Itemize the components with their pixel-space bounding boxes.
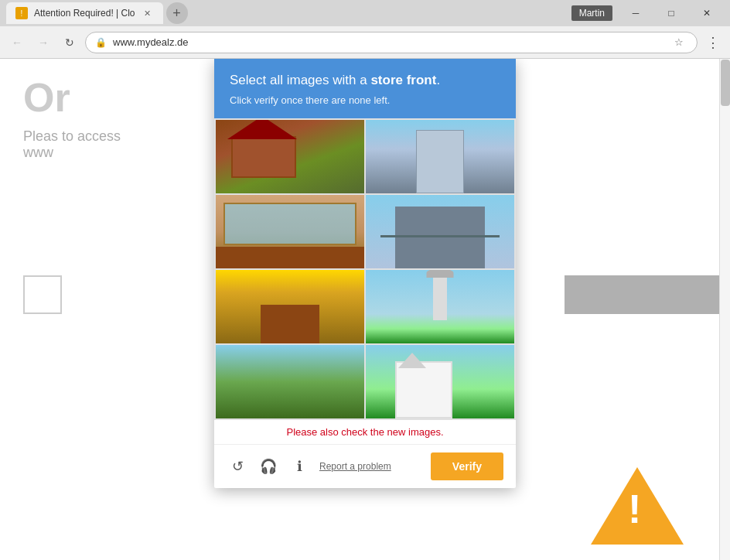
captcha-warning-text: Please also check the new images.	[214, 420, 516, 444]
captcha-image-4[interactable]	[366, 195, 514, 268]
tab-title: Attention Required! | Clo	[34, 8, 135, 19]
active-tab[interactable]: ! Attention Required! | Clo ✕	[6, 2, 163, 24]
captcha-image-6[interactable]	[366, 270, 514, 343]
window-controls: ─ □ ✕	[619, 2, 724, 24]
minimize-button[interactable]: ─	[619, 2, 653, 24]
maximize-button[interactable]: □	[654, 2, 688, 24]
tab-favicon: !	[15, 7, 28, 19]
reload-button[interactable]: ↻	[59, 32, 80, 53]
image-office-tall	[366, 120, 514, 193]
title-bar: ! Attention Required! | Clo ✕ + Martin ─…	[0, 0, 730, 26]
new-tab-button[interactable]: +	[166, 2, 188, 24]
captcha-subtext: Click verify once there are none left.	[230, 94, 500, 106]
image-white-building	[366, 345, 514, 418]
captcha-image-7[interactable]	[216, 345, 364, 418]
captcha-header: Select all images with a store front. Cl…	[214, 59, 516, 118]
page-background: Or Pleas to access www Select all images…	[0, 59, 730, 560]
image-tower	[366, 270, 514, 343]
captcha-instruction: Select all images with a store front.	[230, 71, 500, 90]
reload-challenge-button[interactable]: ↺	[227, 456, 248, 477]
instruction-prefix: Select all images with a	[230, 73, 370, 87]
info-button[interactable]: ℹ	[288, 456, 310, 477]
image-fields	[216, 345, 364, 418]
scrollbar-thumb[interactable]	[721, 60, 730, 106]
captcha-image-3[interactable]	[216, 195, 364, 268]
url-actions: ☆	[670, 34, 687, 51]
audio-challenge-button[interactable]: 🎧	[258, 456, 279, 477]
captcha-footer: ↺ 🎧 ℹ Report a problem Verify	[214, 444, 516, 488]
address-bar: ← → ↻ 🔒 www.mydealz.de ☆ ⋮	[0, 26, 730, 59]
warning-icon-container: !	[591, 467, 684, 545]
report-problem-link[interactable]: Report a problem	[319, 461, 391, 472]
image-storefront	[216, 195, 364, 268]
captcha-modal: Select all images with a store front. Cl…	[214, 59, 516, 488]
image-hall	[216, 270, 364, 343]
url-bar[interactable]: 🔒 www.mydealz.de ☆	[85, 32, 698, 53]
instruction-suffix: .	[436, 73, 440, 87]
user-name-display: Martin	[571, 5, 612, 21]
tab-area: ! Attention Required! | Clo ✕ +	[6, 2, 565, 24]
chrome-menu-button[interactable]: ⋮	[702, 32, 724, 53]
close-button[interactable]: ✕	[690, 2, 724, 24]
forward-button[interactable]: →	[32, 32, 54, 53]
warning-triangle: !	[591, 467, 684, 545]
tab-close-button[interactable]: ✕	[142, 7, 154, 19]
captcha-image-grid	[214, 118, 516, 420]
captcha-image-8[interactable]	[366, 345, 514, 418]
lock-icon: 🔒	[95, 37, 107, 48]
image-house	[216, 120, 364, 193]
warning-exclamation: !	[628, 489, 641, 529]
captcha-image-2[interactable]	[366, 120, 514, 193]
verify-button[interactable]: Verify	[431, 452, 503, 480]
url-text: www.mydealz.de	[113, 36, 664, 48]
image-modern-building	[366, 195, 514, 268]
captcha-image-1[interactable]	[216, 120, 364, 193]
back-button[interactable]: ←	[6, 32, 28, 53]
bookmark-icon[interactable]: ☆	[670, 34, 687, 51]
instruction-bold: store front	[370, 73, 436, 87]
scrollbar[interactable]	[719, 59, 730, 560]
captcha-image-5[interactable]	[216, 270, 364, 343]
